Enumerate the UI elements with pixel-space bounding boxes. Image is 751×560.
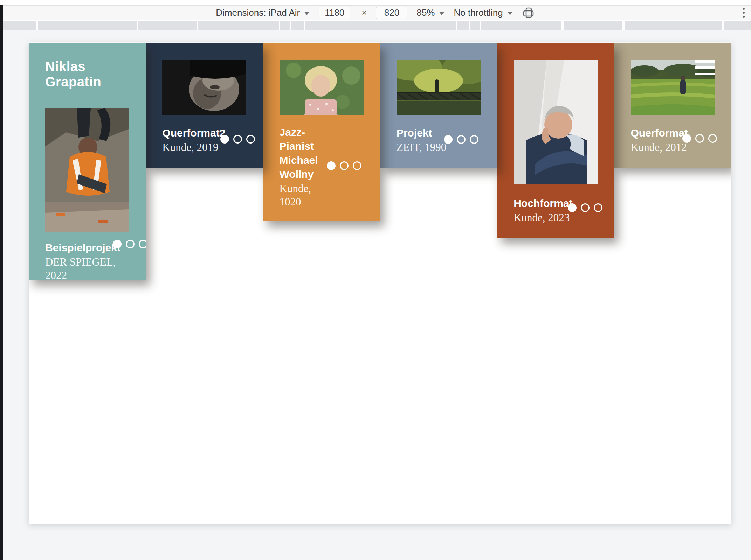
page-title: Niklas Grapatin (45, 59, 129, 90)
carousel-dots (327, 161, 361, 170)
carousel-dot[interactable] (246, 135, 255, 144)
carousel-dot[interactable] (708, 134, 717, 143)
project-card[interactable]: Hochformat Kunde, 2023 (497, 43, 614, 238)
media-query-segment[interactable] (198, 21, 279, 30)
viewport-width-input[interactable] (319, 7, 350, 19)
kebab-menu-icon[interactable] (739, 6, 748, 20)
carousel-dots (113, 240, 146, 248)
media-query-segment[interactable] (291, 21, 304, 30)
devtools-canvas: Niklas Grapatin Beispielprojekt DER SPIE… (0, 30, 751, 560)
project-subtitle: DER SPIEGEL,2022 (45, 255, 129, 280)
dimensions-menu[interactable]: Dimensions: iPad Air (216, 7, 310, 18)
carousel-dot[interactable] (353, 161, 361, 170)
carousel-dot[interactable] (682, 134, 691, 143)
media-query-segment[interactable] (138, 21, 197, 30)
carousel-dot[interactable] (594, 203, 602, 212)
carousel-dots (682, 134, 717, 143)
media-query-segment[interactable] (280, 21, 290, 30)
project-photo-mann-portraet-studio (514, 60, 598, 184)
project-card[interactable]: Querformat2 Kunde, 2019 (146, 43, 263, 168)
carousel-dot[interactable] (220, 135, 229, 144)
device-toolbar: Dimensions: iPad Air × 85% No throttling (0, 6, 751, 20)
carousel-dot[interactable] (568, 203, 577, 212)
media-query-segment[interactable] (457, 21, 469, 30)
project-subtitle: Kunde,1020 (280, 182, 364, 209)
hamburger-icon[interactable] (695, 60, 715, 75)
emulated-viewport: Niklas Grapatin Beispielprojekt DER SPIE… (29, 42, 731, 524)
project-photo-schwarzweiss-portraet-gesicht (162, 60, 246, 115)
media-query-segment[interactable] (481, 21, 561, 30)
carousel-dot[interactable] (470, 135, 478, 144)
carousel-dot[interactable] (695, 134, 704, 143)
carousel-dots (568, 203, 602, 212)
media-query-segment[interactable] (3, 21, 36, 30)
carousel-dot[interactable] (444, 135, 453, 144)
carousel-dot[interactable] (139, 240, 146, 248)
window-edge (0, 5, 3, 560)
carousel-dot[interactable] (581, 203, 590, 212)
throttling-menu[interactable]: No throttling (454, 7, 512, 18)
media-query-segment[interactable] (305, 21, 456, 30)
project-subtitle: Kunde, 2023 (514, 211, 598, 224)
project-photo-mann-in-orangefarbener-arbeitskleidung (45, 108, 129, 232)
carousel-dot[interactable] (340, 161, 349, 170)
viewport-height-input[interactable] (376, 7, 407, 19)
zoom-label: 85% (416, 7, 435, 18)
project-photo-waldbruecke-mit-person (397, 60, 481, 115)
project-cards: Niklas Grapatin Beispielprojekt DER SPIE… (29, 42, 731, 280)
carousel-dot[interactable] (126, 240, 135, 248)
browser-top-strip (0, 0, 751, 6)
media-query-segment[interactable] (724, 21, 751, 30)
media-query-segment[interactable] (470, 21, 480, 30)
chevron-down-icon (507, 12, 513, 15)
project-card[interactable]: Niklas Grapatin Beispielprojekt DER SPIE… (29, 43, 146, 280)
dimensions-times: × (361, 7, 367, 18)
project-card[interactable]: Projekt ZEIT, 1990 (380, 43, 497, 168)
chevron-down-icon (304, 12, 310, 15)
throttling-label: No throttling (454, 7, 503, 18)
carousel-dot[interactable] (113, 240, 122, 248)
rotate-viewport-icon[interactable] (522, 6, 535, 20)
media-query-segment[interactable] (625, 21, 722, 30)
carousel-dots (220, 135, 255, 144)
carousel-dot[interactable] (233, 135, 242, 144)
media-query-bar[interactable] (0, 21, 751, 30)
dimensions-label: Dimensions: iPad Air (216, 7, 300, 18)
media-query-segment[interactable] (38, 21, 137, 30)
zoom-menu[interactable]: 85% (416, 7, 445, 18)
chevron-down-icon (439, 12, 445, 15)
carousel-dot[interactable] (327, 161, 336, 170)
project-photo-blonde-frau-im-gruenen (280, 60, 364, 115)
carousel-dots (444, 135, 478, 144)
project-title: Jazz-PianistMichaelWollny (280, 125, 364, 181)
project-card[interactable]: Jazz-PianistMichaelWollny Kunde,1020 (263, 43, 380, 221)
carousel-dot[interactable] (457, 135, 466, 144)
media-query-segment[interactable] (564, 21, 622, 30)
